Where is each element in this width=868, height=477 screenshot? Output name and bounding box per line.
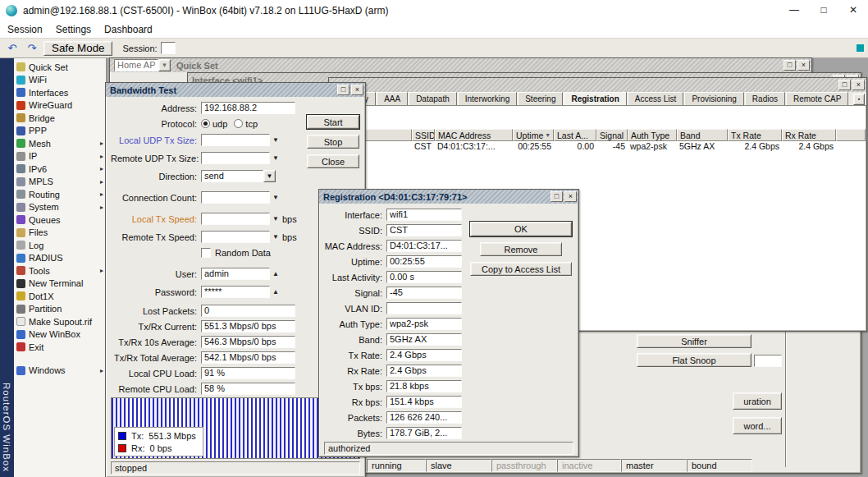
quick-set-titlebar[interactable]: Home AP ▼ Quick Set □ × (110, 58, 811, 72)
password-input[interactable]: ***** (201, 286, 270, 298)
tab-radios[interactable]: Radios (745, 92, 785, 105)
clipped-configuration-button[interactable]: uration (733, 392, 782, 410)
undo-icon[interactable]: ↶ (4, 41, 21, 56)
sidebar-item-mesh[interactable]: Mesh▸ (14, 137, 106, 150)
sidebar-item-windows[interactable]: Windows▸ (14, 365, 106, 378)
maximize-icon[interactable]: □ (337, 85, 349, 95)
app-titlebar[interactable]: admin@192.168.88.1 (CST-6500I) - WinBox … (0, 0, 868, 21)
col-signal[interactable]: Signal (596, 129, 628, 141)
partial-field[interactable] (754, 355, 782, 367)
table-row[interactable]: CST D4:01:C3:17:... 00:25:55 0.00 -45 wp… (330, 141, 866, 154)
minimize-icon[interactable]: — (779, 0, 809, 21)
sidebar-item-new-winbox[interactable]: New WinBox (14, 328, 106, 342)
col-rx-rate[interactable]: Rx Rate (782, 129, 836, 141)
stop-button[interactable]: Stop (307, 135, 359, 149)
close-icon[interactable]: × (564, 191, 577, 202)
tab-datapath[interactable]: Datapath (409, 92, 457, 105)
expand-arrow-icon[interactable]: ▲ (272, 270, 279, 277)
close-icon[interactable]: × (797, 60, 810, 71)
wifi-titlebar[interactable]: □ × (329, 78, 866, 92)
menu-settings[interactable]: Settings (56, 24, 91, 35)
col-ssid[interactable]: SSID (412, 129, 435, 141)
sidebar-item-system[interactable]: System▸ (14, 201, 106, 214)
sidebar-item-radius[interactable]: RADIUS (14, 252, 106, 265)
maximize-icon[interactable]: □ (809, 0, 838, 21)
sidebar-item-routing[interactable]: Routing▸ (14, 188, 106, 201)
sidebar-item-queues[interactable]: Queues (14, 213, 106, 227)
tab-steering[interactable]: Steering (518, 92, 563, 105)
dropdown-arrow-icon[interactable]: ▼ (272, 136, 279, 144)
remote-tx-speed-input[interactable] (201, 231, 270, 243)
sidebar-item-quick-set[interactable]: Quick Set (14, 61, 106, 74)
maximize-icon[interactable]: □ (783, 60, 796, 71)
maximize-icon[interactable]: □ (838, 80, 851, 90)
combo-dropdown-icon[interactable]: ▼ (158, 59, 171, 71)
protocol-udp-radio[interactable] (201, 119, 210, 128)
flat-snoop-button[interactable]: Flat Snoop (637, 353, 752, 367)
sidebar-item-tools[interactable]: Tools▸ (14, 264, 106, 277)
close-icon[interactable]: × (351, 85, 363, 95)
safe-mode-button[interactable]: Safe Mode (43, 41, 112, 56)
sidebar-item-partition[interactable]: Partition (14, 303, 106, 316)
sidebar-item-new-terminal[interactable]: New Terminal (14, 277, 106, 291)
close-icon[interactable]: ✕ (838, 0, 868, 21)
start-button[interactable]: Start (307, 115, 359, 129)
sidebar-item-wireguard[interactable]: WireGuard (14, 99, 106, 112)
local-tx-speed-input[interactable] (201, 213, 270, 225)
registration-titlebar[interactable]: Registration <D4:01:C3:17:79:71> □ × (319, 190, 578, 204)
dropdown-arrow-icon[interactable]: ▼ (272, 194, 279, 201)
connection-count-input[interactable] (201, 191, 270, 204)
address-input[interactable]: 192.168.88.2 (201, 102, 295, 114)
random-data-checkbox[interactable] (201, 248, 211, 258)
sidebar-item-make-supout[interactable]: Make Supout.rif (14, 315, 106, 328)
sidebar-item-bridge[interactable]: Bridge (14, 112, 106, 125)
tab-overflow-icon[interactable]: ▪ (853, 94, 865, 105)
user-input[interactable]: admin (201, 268, 270, 280)
sidebar-item-ip[interactable]: IP▸ (14, 150, 106, 163)
dropdown-arrow-icon[interactable]: ▼ (272, 215, 279, 222)
sidebar-item-dot1x[interactable]: Dot1X (14, 290, 106, 303)
tab-remote-cap[interactable]: Remote CAP (786, 92, 848, 105)
session-input[interactable] (161, 42, 176, 54)
clipped-password-button[interactable]: word... (733, 417, 782, 434)
local-udp-tx-size-input[interactable] (201, 134, 270, 146)
col-auth-type[interactable]: Auth Type (628, 129, 677, 141)
col-band[interactable]: Band (677, 129, 728, 141)
close-button[interactable]: Close (307, 154, 359, 168)
tab-access-list[interactable]: Access List (628, 92, 684, 105)
expand-arrow-icon[interactable]: ▲ (272, 288, 279, 296)
tab-registration[interactable]: Registration (564, 92, 626, 105)
col-last-activity[interactable]: Last A... (554, 129, 596, 141)
sidebar-item-interfaces[interactable]: Interfaces (14, 86, 106, 99)
tab-interworking[interactable]: Interworking (458, 92, 517, 105)
bandwidth-test-titlebar[interactable]: Bandwidth Test □ × (106, 83, 365, 97)
col-tx-rate[interactable]: Tx Rate (728, 129, 782, 141)
sidebar-item-log[interactable]: Log (14, 239, 106, 252)
dropdown-arrow-icon[interactable]: ▼ (272, 154, 279, 162)
sidebar-item-wifi[interactable]: WiFi (14, 74, 106, 87)
menu-session[interactable]: Session (7, 24, 43, 35)
combo-dropdown-icon[interactable]: ▼ (263, 170, 276, 182)
quickset-profile-combo[interactable]: Home AP (114, 59, 158, 71)
menu-dashboard[interactable]: Dashboard (104, 24, 153, 35)
col-mac-address[interactable]: MAC Address (435, 129, 513, 141)
sidebar-item-files[interactable]: Files (14, 227, 106, 240)
protocol-tcp-radio[interactable] (234, 119, 243, 128)
sidebar-item-exit[interactable]: Exit (14, 341, 106, 354)
dropdown-arrow-icon[interactable]: ▼ (272, 233, 279, 241)
sniffer-button[interactable]: Sniffer (637, 334, 752, 348)
sidebar-item-ppp[interactable]: PPP (14, 125, 106, 138)
remote-udp-tx-size-input[interactable] (201, 152, 270, 164)
tab-provisioning[interactable]: Provisioning (684, 92, 743, 105)
col-uptime[interactable]: Uptime▼ (513, 129, 554, 141)
redo-icon[interactable]: ↷ (24, 41, 40, 56)
close-icon[interactable]: × (852, 80, 865, 90)
tab-aaa[interactable]: AAA (377, 92, 408, 105)
sidebar-item-ipv6[interactable]: IPv6▸ (14, 163, 106, 176)
ok-button[interactable]: OK (470, 222, 572, 236)
direction-select[interactable]: send (201, 170, 263, 182)
sidebar-item-mpls[interactable]: MPLS▸ (14, 176, 106, 189)
maximize-icon[interactable]: □ (550, 191, 563, 202)
copy-to-access-list-button[interactable]: Copy to Access List (470, 262, 572, 276)
remove-button[interactable]: Remove (480, 242, 562, 256)
